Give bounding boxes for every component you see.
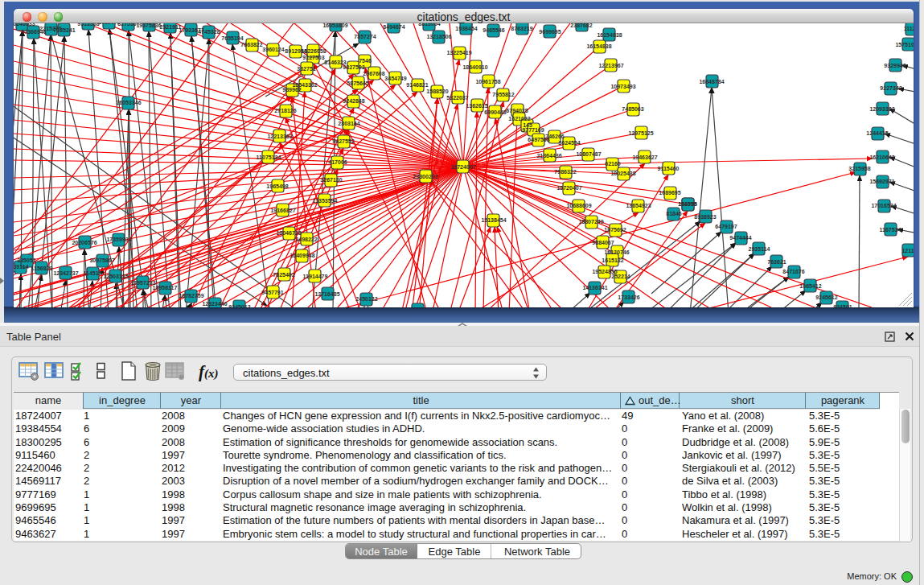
- svg-text:1975692: 1975692: [604, 227, 626, 233]
- svg-text:30975867: 30975867: [89, 257, 114, 263]
- svg-text:9513358: 9513358: [77, 23, 99, 27]
- svg-text:362751: 362751: [297, 66, 315, 72]
- svg-text:2803144: 2803144: [338, 121, 359, 126]
- svg-text:1938454: 1938454: [455, 26, 477, 31]
- svg-text:20206576: 20206576: [72, 240, 97, 245]
- svg-text:18640910: 18640910: [462, 64, 487, 70]
- svg-text:9227342: 9227342: [880, 85, 901, 91]
- svg-text:12342737: 12342737: [53, 270, 78, 276]
- svg-text:6497568: 6497568: [528, 137, 549, 142]
- svg-text:15692971: 15692971: [869, 179, 894, 184]
- svg-text:81846: 81846: [666, 211, 682, 216]
- svg-text:15226058: 15226058: [301, 48, 326, 54]
- svg-text:2387682: 2387682: [570, 23, 592, 28]
- svg-text:3960124: 3960124: [262, 47, 284, 52]
- svg-text:7546: 7546: [359, 58, 372, 64]
- svg-text:1156829: 1156829: [31, 266, 53, 271]
- svg-text:19724007: 19724007: [450, 164, 475, 170]
- svg-text:763621: 763621: [767, 259, 786, 265]
- svg-text:12093322: 12093322: [869, 106, 894, 112]
- svg-text:10046738: 10046738: [276, 230, 301, 236]
- svg-text:16409948: 16409948: [290, 253, 314, 258]
- svg-text:2718126: 2718126: [274, 108, 296, 113]
- svg-text:114519: 114519: [84, 270, 102, 276]
- svg-text:9427552: 9427552: [332, 138, 354, 144]
- svg-text:9245012: 9245012: [228, 304, 250, 307]
- svg-text:6794028: 6794028: [506, 108, 528, 113]
- svg-text:39114: 39114: [14, 264, 29, 270]
- svg-text:16782759: 16782759: [179, 293, 203, 299]
- svg-text:10025438: 10025438: [610, 171, 635, 176]
- svg-text:335051: 335051: [17, 257, 35, 263]
- svg-text:1621022: 1621022: [508, 116, 530, 122]
- svg-text:16848784: 16848784: [699, 79, 724, 84]
- svg-text:9457791: 9457791: [261, 290, 283, 295]
- svg-text:3267130: 3267130: [320, 177, 342, 183]
- svg-text:13218506: 13218506: [426, 34, 451, 39]
- svg-text:1733426: 1733426: [618, 295, 639, 300]
- svg-text:23300203: 23300203: [413, 174, 437, 179]
- svg-text:19375836: 19375836: [136, 23, 161, 28]
- svg-text:15138454: 15138454: [481, 217, 506, 223]
- svg-text:989962: 989962: [282, 87, 301, 93]
- svg-text:9884067: 9884067: [592, 240, 614, 245]
- svg-text:1588520: 1588520: [426, 89, 448, 94]
- svg-text:7663822: 7663822: [240, 42, 262, 47]
- svg-text:12503135: 12503135: [103, 274, 128, 279]
- svg-text:12975125: 12975125: [628, 130, 653, 136]
- svg-text:12213363: 12213363: [267, 134, 292, 139]
- svg-text:5875645: 5875645: [347, 80, 368, 86]
- svg-text:13654923: 13654923: [626, 203, 651, 208]
- svg-text:2967608: 2967608: [363, 71, 384, 76]
- svg-text:9327503: 9327503: [343, 64, 364, 70]
- svg-text:17359934: 17359934: [106, 237, 131, 242]
- svg-text:1244415: 1244415: [866, 130, 888, 136]
- svg-text:9699695: 9699695: [539, 29, 561, 35]
- svg-text:8813054: 8813054: [418, 23, 440, 27]
- svg-text:18807249: 18807249: [578, 219, 603, 225]
- svg-text:1065412: 1065412: [799, 283, 821, 289]
- svg-text:16053809: 16053809: [322, 23, 347, 28]
- svg-text:21364436: 21364436: [536, 153, 561, 159]
- svg-text:924501: 924501: [833, 304, 852, 307]
- svg-text:13225419: 13225419: [446, 50, 471, 56]
- svg-text:7485063: 7485063: [622, 106, 643, 112]
- svg-text:17016534: 17016534: [871, 203, 896, 208]
- svg-text:1362615: 1362615: [466, 103, 487, 109]
- svg-text:16154838: 16154838: [586, 43, 611, 49]
- svg-text:2450122: 2450122: [355, 296, 377, 302]
- svg-text:26053346: 26053346: [116, 100, 141, 105]
- svg-text:3498222: 3498222: [295, 237, 317, 242]
- svg-text:14136141: 14136141: [582, 285, 607, 290]
- svg-text:1089695: 1089695: [659, 190, 680, 196]
- svg-text:1615132: 1615132: [602, 257, 623, 263]
- svg-text:19463627: 19463627: [632, 154, 657, 160]
- svg-text:5322037: 5322037: [446, 95, 468, 101]
- svg-text:9242848: 9242848: [343, 98, 364, 104]
- svg-text:6479197: 6479197: [715, 224, 737, 229]
- svg-text:8471676: 8471676: [782, 269, 804, 274]
- svg-text:12213967: 12213967: [598, 63, 623, 68]
- svg-text:6990448: 6990448: [484, 109, 506, 115]
- svg-text:3454749: 3454749: [384, 76, 406, 81]
- svg-text:12323446: 12323446: [202, 301, 227, 307]
- svg-text:16210643: 16210643: [869, 154, 894, 160]
- svg-text:9127503: 9127503: [302, 55, 324, 60]
- svg-text:9777169: 9777169: [522, 127, 544, 133]
- svg-text:11075134: 11075134: [257, 154, 281, 160]
- svg-text:9329946: 9329946: [884, 63, 906, 68]
- svg-text:252214: 252214: [611, 274, 630, 279]
- svg-text:10973493: 10973493: [610, 84, 635, 89]
- svg-text:3215958: 3215958: [848, 166, 870, 171]
- svg-text:13716485: 13716485: [314, 291, 339, 297]
- svg-text:1965498: 1965498: [266, 183, 288, 189]
- svg-text:19166827: 19166827: [270, 208, 295, 213]
- svg-text:1167534: 1167534: [880, 227, 901, 233]
- svg-text:10961758: 10961758: [475, 79, 500, 84]
- svg-text:10807487: 10807487: [576, 151, 601, 157]
- svg-text:3624554: 3624554: [558, 140, 580, 146]
- svg-text:11123: 11123: [904, 26, 914, 31]
- svg-text:30246633: 30246633: [14, 23, 35, 27]
- svg-text:9146821: 9146821: [406, 82, 428, 88]
- svg-text:417006: 417006: [328, 159, 347, 165]
